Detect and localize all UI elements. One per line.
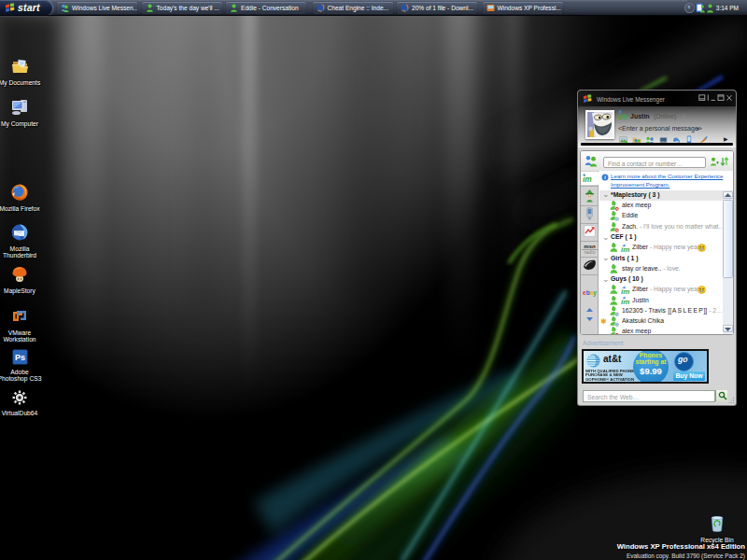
svg-text:im: im [621, 245, 629, 253]
svg-text:im: im [583, 175, 592, 183]
svg-text:im: im [618, 112, 627, 120]
svg-text:im: im [621, 287, 629, 295]
svg-text:Ps: Ps [14, 353, 24, 362]
svg-text:im: im [621, 298, 629, 305]
